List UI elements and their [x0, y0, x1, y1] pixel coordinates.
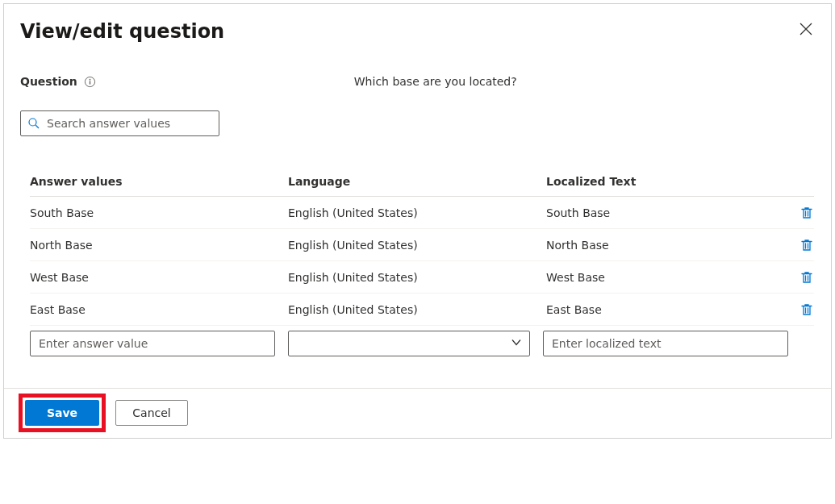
panel-title: View/edit question — [20, 20, 224, 43]
cell-answer: East Base — [30, 303, 288, 316]
cell-answer: West Base — [30, 271, 288, 284]
col-language[interactable]: Language — [288, 175, 546, 188]
cancel-button[interactable]: Cancel — [115, 400, 188, 426]
save-button[interactable]: Save — [25, 400, 99, 426]
cell-localized: West Base — [546, 271, 782, 284]
svg-point-3 — [29, 119, 36, 126]
delete-row-icon[interactable] — [800, 270, 814, 285]
new-answer-row — [30, 331, 814, 356]
svg-point-1 — [89, 78, 90, 80]
cell-localized: East Base — [546, 303, 782, 316]
delete-row-icon[interactable] — [800, 238, 814, 252]
delete-row-icon[interactable] — [800, 206, 814, 220]
question-label: Question — [20, 75, 77, 88]
table-row[interactable]: North BaseEnglish (United States)North B… — [30, 229, 814, 261]
cell-localized: North Base — [546, 239, 782, 252]
language-select[interactable] — [288, 331, 530, 356]
panel-footer: Save Cancel — [4, 388, 831, 438]
cell-answer: North Base — [30, 239, 288, 252]
col-answer-values[interactable]: Answer values — [30, 175, 288, 188]
answer-values-table: Answer values Language Localized Text So… — [30, 175, 814, 356]
save-highlight: Save — [19, 394, 106, 432]
delete-row-icon[interactable] — [800, 302, 814, 317]
table-row[interactable]: South BaseEnglish (United States)South B… — [30, 197, 814, 229]
table-row[interactable]: West BaseEnglish (United States)West Bas… — [30, 261, 814, 294]
answer-value-input[interactable] — [30, 331, 275, 356]
cell-answer: South Base — [30, 206, 288, 219]
cell-localized: South Base — [546, 206, 782, 219]
cell-language: English (United States) — [288, 206, 546, 219]
search-answer-values[interactable] — [20, 110, 219, 136]
table-row[interactable]: East BaseEnglish (United States)East Bas… — [30, 294, 814, 326]
search-input[interactable] — [47, 117, 212, 130]
cell-language: English (United States) — [288, 303, 546, 316]
info-icon[interactable] — [84, 76, 96, 88]
svg-line-4 — [35, 125, 39, 128]
close-icon[interactable] — [797, 20, 815, 38]
panel-header: View/edit question — [20, 20, 815, 43]
cell-language: English (United States) — [288, 271, 546, 284]
svg-rect-2 — [90, 81, 90, 84]
view-edit-question-panel: View/edit question Question Which base a… — [3, 3, 832, 439]
search-icon — [27, 117, 40, 130]
cell-language: English (United States) — [288, 239, 546, 252]
question-row: Question Which base are you located? — [20, 75, 815, 88]
question-text: Which base are you located? — [354, 75, 517, 88]
table-header: Answer values Language Localized Text — [30, 175, 814, 197]
col-localized-text[interactable]: Localized Text — [546, 175, 782, 188]
localized-text-input[interactable] — [543, 331, 788, 356]
